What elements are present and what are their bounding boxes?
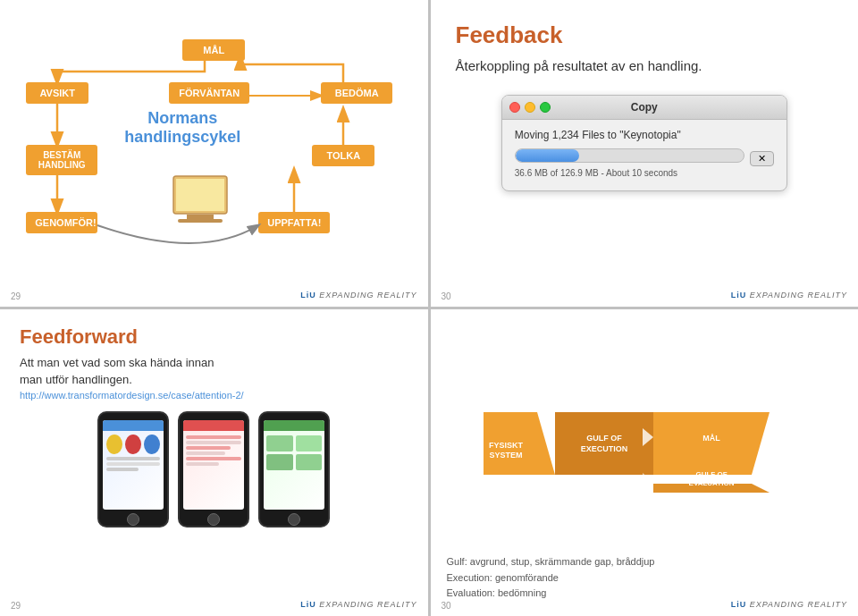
progress-bar [515, 148, 744, 163]
cycle-box-tolka: TOLKA [312, 145, 374, 166]
phone-3-home[interactable] [288, 513, 300, 526]
gulf-svg: FYSISKT SYSTEM GULF OF EXECUTION MÅL GUL… [475, 367, 814, 511]
gulf-diagram: FYSISKT SYSTEM GULF OF EXECUTION MÅL GUL… [447, 324, 843, 554]
feedforward-text-1: Att man vet vad som ska hända innan [20, 356, 408, 369]
maximize-btn[interactable] [540, 102, 551, 113]
copy-dialog: Copy Moving 1,234 Files to "Keynotopia" … [501, 95, 787, 191]
slide-grid: Normanshandlingscykel MÅL AVSIKT FÖRVÄNT… [0, 0, 858, 616]
dialog-body: Moving 1,234 Files to "Keynotopia" ✕ 36.… [502, 120, 786, 190]
slide-2: Feedback Återkoppling på resultatet av e… [431, 0, 859, 307]
dialog-title-text: Copy [631, 101, 658, 114]
phone-3 [258, 411, 330, 527]
cycle-diagram: Normanshandlingscykel MÅL AVSIKT FÖRVÄNT… [17, 38, 410, 270]
cycle-box-forvantan: FÖRVÄNTAN [169, 82, 249, 104]
slide-num-3: 29 [11, 601, 21, 611]
feedforward-text-2: man utför handlingen. [20, 373, 408, 386]
minimize-btn[interactable] [525, 102, 535, 113]
svg-marker-5 [555, 412, 653, 475]
cycle-title: Normanshandlingscykel [124, 109, 240, 148]
dialog-buttons [509, 102, 551, 113]
cycle-box-bestam: BESTÄMHANDLING [26, 145, 97, 175]
progress-fill [516, 149, 579, 162]
svg-rect-3 [178, 219, 223, 223]
cycle-box-uppfatta: UPPFATTA! [258, 212, 330, 233]
copy-file-text: Moving 1,234 Files to "Keynotopia" [515, 129, 774, 141]
phone-1 [97, 411, 169, 527]
feedback-title: Feedback [456, 21, 834, 49]
svg-rect-1 [176, 179, 224, 211]
svg-text:FYSISKT: FYSISKT [489, 441, 524, 450]
cycle-box-avsikt: AVSIKT [26, 82, 88, 104]
liu-logo-1: LiU EXPANDING REALITY [300, 291, 416, 300]
liu-logo-2: LiU EXPANDING REALITY [731, 291, 847, 300]
liu-logo-3: LiU EXPANDING REALITY [300, 600, 416, 609]
feedforward-link[interactable]: http://www.transformatordesign.se/case/a… [20, 390, 408, 401]
slide-num-4: 30 [442, 601, 451, 611]
phone-screen-2 [183, 420, 244, 510]
svg-text:GULF OF: GULF OF [695, 470, 727, 478]
slide-4: FYSISKT SYSTEM GULF OF EXECUTION MÅL GUL… [431, 309, 859, 616]
phone-1-home[interactable] [127, 513, 139, 526]
copy-status-text: 36.6 MB of 126.9 MB - About 10 seconds [515, 168, 774, 178]
slide-3: Feedforward Att man vet vad som ska händ… [0, 309, 428, 616]
stop-button[interactable]: ✕ [750, 151, 774, 166]
svg-text:EVALUATION: EVALUATION [688, 479, 734, 487]
slide-num-2: 30 [442, 291, 451, 301]
phone-screen-1 [103, 420, 164, 510]
gulf-legend: Gulf: avgrund, stup, skrämmande gap, brå… [447, 554, 843, 602]
svg-marker-6 [653, 412, 770, 475]
computer-image [156, 163, 245, 243]
svg-text:MÅL: MÅL [702, 434, 720, 443]
legend-line-1: Gulf: avgrund, stup, skrämmande gap, brå… [447, 554, 843, 570]
slide-1: Normanshandlingscykel MÅL AVSIKT FÖRVÄNT… [0, 0, 428, 307]
liu-logo-4: LiU EXPANDING REALITY [731, 600, 847, 609]
legend-line-2: Execution: genomförande [447, 570, 843, 586]
close-btn[interactable] [509, 102, 520, 113]
phone-2-home[interactable] [207, 513, 220, 526]
cycle-box-bedoma: BEDÖMA [321, 82, 392, 104]
cycle-box-genomfor: GENOMFÖR! [26, 212, 97, 233]
slide-num-1: 29 [11, 291, 21, 301]
svg-marker-16 [643, 473, 653, 491]
feedforward-title: Feedforward [20, 325, 408, 349]
feedback-subtitle: Återkoppling på resultatet av en handlin… [456, 58, 834, 73]
phone-2 [178, 411, 249, 527]
phone-images-container [20, 411, 408, 527]
phone-screen-3 [264, 420, 324, 510]
svg-text:SYSTEM: SYSTEM [489, 451, 522, 460]
cycle-box-mal: MÅL [182, 39, 245, 61]
svg-rect-2 [187, 215, 214, 219]
dialog-title-bar: Copy [502, 96, 786, 120]
svg-text:EXECUTION: EXECUTION [580, 444, 627, 453]
svg-text:GULF OF: GULF OF [586, 434, 622, 443]
